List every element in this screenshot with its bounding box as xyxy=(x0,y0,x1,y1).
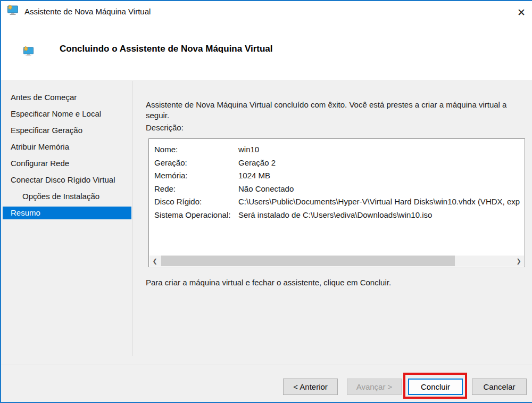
vm-wizard-icon xyxy=(22,45,35,60)
sidebar-item-resumo[interactable]: Resumo xyxy=(3,207,131,219)
scroll-left-icon[interactable]: ❮ xyxy=(149,256,160,266)
vm-wizard-icon xyxy=(6,4,19,19)
wizard-body: Antes de Começar Especificar Nome e Loca… xyxy=(1,80,532,402)
wizard-window: Assistente de Nova Máquina Virtual ✕ Con… xyxy=(0,0,532,403)
horizontal-scrollbar[interactable]: ❮ ❯ xyxy=(149,256,524,266)
sidebar-item-configurar-rede[interactable]: Configurar Rede xyxy=(3,157,131,170)
summary-value: C:\Users\Public\Documents\Hyper-V\Virtua… xyxy=(238,195,520,209)
previous-button[interactable]: < Anterior xyxy=(283,379,338,395)
summary-row-rede: Rede: Não Conectado xyxy=(154,183,525,196)
close-icon[interactable]: ✕ xyxy=(514,5,529,19)
summary-intro-text: Assistente de Nova Máquina Virtual concl… xyxy=(146,100,525,121)
buttons-divider xyxy=(1,365,532,365)
scrollbar-thumb[interactable] xyxy=(161,256,455,266)
description-label: Descrição: xyxy=(146,123,184,132)
page-title: Concluindo o Assistente de Nova Máquina … xyxy=(60,44,273,54)
scroll-right-icon[interactable]: ❯ xyxy=(513,256,524,266)
summary-value: Geração 2 xyxy=(238,157,276,170)
summary-row-geracao: Geração: Geração 2 xyxy=(154,157,525,170)
summary-row-nome: Nome: win10 xyxy=(154,143,525,157)
summary-label: Geração: xyxy=(154,157,238,170)
window-title: Assistente de Nova Máquina Virtual xyxy=(24,7,151,16)
summary-label: Memória: xyxy=(154,169,238,183)
wizard-steps-sidebar: Antes de Começar Especificar Nome e Loca… xyxy=(1,80,132,223)
sidebar-item-conectar-disco-rigido-virtual[interactable]: Conectar Disco Rígido Virtual xyxy=(3,174,131,186)
cancel-button[interactable]: Cancelar xyxy=(472,379,527,395)
summary-value: 1024 MB xyxy=(238,169,270,183)
summary-value: Não Conectado xyxy=(238,183,294,196)
summary-value: Será instalado de C:\Users\ediva\Downloa… xyxy=(238,209,432,222)
summary-row-sistema-operacional: Sistema Operacional: Será instalado de C… xyxy=(154,209,525,222)
sidebar-divider xyxy=(132,81,133,356)
finish-instruction-text: Para criar a máquina virtual e fechar o … xyxy=(146,278,391,287)
summary-value: win10 xyxy=(238,143,259,157)
sidebar-item-atribuir-memoria[interactable]: Atribuir Memória xyxy=(3,141,131,153)
summary-row-disco-rigido: Disco Rígido: C:\Users\Public\Documents\… xyxy=(154,195,525,209)
sidebar-item-opcoes-de-instalacao[interactable]: Opções de Instalação xyxy=(3,190,131,203)
summary-label: Sistema Operacional: xyxy=(154,209,238,222)
vm-summary-box: Nome: win10 Geração: Geração 2 Memória: … xyxy=(148,138,525,267)
wizard-header: Concluindo o Assistente de Nova Máquina … xyxy=(1,21,532,80)
next-button[interactable]: Avançar > xyxy=(347,379,402,395)
finish-button[interactable]: Concluir xyxy=(408,379,463,395)
sidebar-item-antes-de-comecar[interactable]: Antes de Começar xyxy=(3,91,131,104)
sidebar-item-especificar-nome-e-local[interactable]: Especificar Nome e Local xyxy=(3,108,131,120)
summary-label: Disco Rígido: xyxy=(154,195,238,209)
summary-label: Rede: xyxy=(154,183,238,196)
summary-row-memoria: Memória: 1024 MB xyxy=(154,169,525,183)
sidebar-item-especificar-geracao[interactable]: Especificar Geração xyxy=(3,124,131,137)
title-bar: Assistente de Nova Máquina Virtual ✕ xyxy=(1,1,532,21)
summary-label: Nome: xyxy=(154,143,238,157)
vm-summary-rows: Nome: win10 Geração: Geração 2 Memória: … xyxy=(149,139,525,221)
